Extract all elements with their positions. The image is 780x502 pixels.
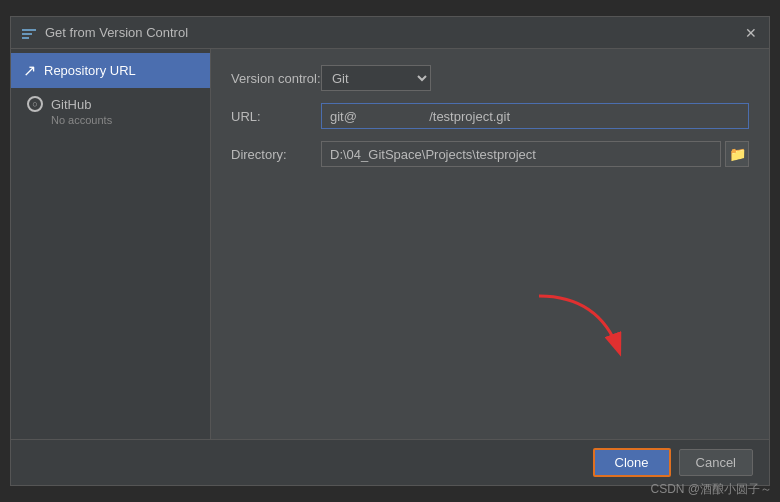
cancel-button[interactable]: Cancel bbox=[679, 449, 753, 476]
version-control-label: Version control: bbox=[231, 71, 321, 86]
clone-arrow-annotation bbox=[519, 286, 639, 369]
browse-button[interactable]: 📁 bbox=[725, 141, 749, 167]
repository-url-icon: ↗ bbox=[23, 61, 36, 80]
version-control-wrap: Git Mercurial Subversion bbox=[321, 65, 749, 91]
svg-rect-1 bbox=[22, 33, 32, 35]
directory-label: Directory: bbox=[231, 147, 321, 162]
dialog-footer: Clone Cancel bbox=[11, 439, 769, 485]
github-label: GitHub bbox=[51, 97, 91, 112]
directory-row: Directory: 📁 本地工程路径 bbox=[231, 141, 749, 167]
url-input-wrap: Git远端仓库地址 bbox=[321, 103, 749, 129]
sidebar-item-label-repo: Repository URL bbox=[44, 63, 136, 78]
get-from-vcs-dialog: Get from Version Control ✕ ↗ Repository … bbox=[10, 16, 770, 486]
version-control-row: Version control: Git Mercurial Subversio… bbox=[231, 65, 749, 91]
main-content: Version control: Git Mercurial Subversio… bbox=[211, 49, 769, 439]
directory-input-wrap: 📁 本地工程路径 bbox=[321, 141, 749, 167]
sidebar-item-github[interactable]: ○ GitHub No accounts bbox=[11, 88, 210, 134]
dialog-title: Get from Version Control bbox=[45, 25, 188, 40]
github-title: ○ GitHub bbox=[27, 96, 198, 112]
folder-icon: 📁 bbox=[729, 146, 746, 162]
close-button[interactable]: ✕ bbox=[743, 25, 759, 41]
sidebar: ↗ Repository URL ○ GitHub No accounts bbox=[11, 49, 211, 439]
url-row: URL: Git远端仓库地址 bbox=[231, 103, 749, 129]
url-label: URL: bbox=[231, 109, 321, 124]
title-bar: Get from Version Control ✕ bbox=[11, 17, 769, 49]
watermark: CSDN @酒酿小圆子～ bbox=[650, 481, 772, 498]
version-control-select[interactable]: Git Mercurial Subversion bbox=[321, 65, 431, 91]
url-input[interactable] bbox=[321, 103, 749, 129]
github-icon: ○ bbox=[27, 96, 43, 112]
svg-rect-0 bbox=[22, 29, 36, 31]
sidebar-item-repository-url[interactable]: ↗ Repository URL bbox=[11, 53, 210, 88]
clone-button[interactable]: Clone bbox=[593, 448, 671, 477]
directory-input[interactable] bbox=[321, 141, 721, 167]
github-no-accounts: No accounts bbox=[51, 114, 198, 126]
dialog-body: ↗ Repository URL ○ GitHub No accounts Ve… bbox=[11, 49, 769, 439]
title-bar-left: Get from Version Control bbox=[21, 25, 188, 41]
svg-rect-2 bbox=[22, 37, 29, 39]
app-icon bbox=[21, 25, 37, 41]
